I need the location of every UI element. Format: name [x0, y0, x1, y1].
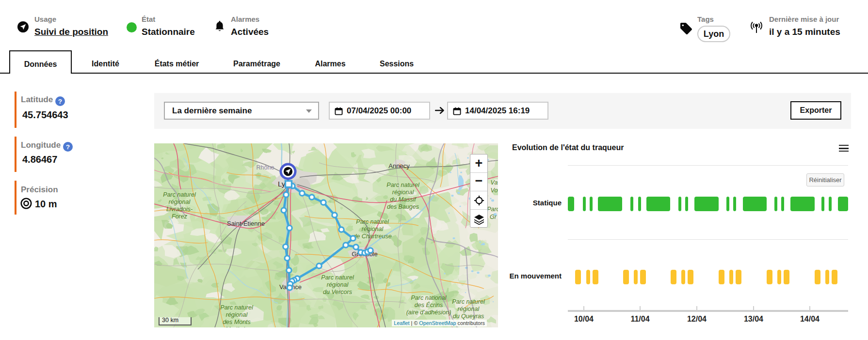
svg-text:du Massif: du Massif — [390, 196, 417, 203]
svg-text:Parc naturel: Parc naturel — [452, 298, 485, 305]
svg-text:Vo: Vo — [491, 187, 498, 194]
svg-text:Annecy: Annecy — [388, 162, 410, 170]
svg-text:?: ? — [66, 143, 70, 151]
svg-text:régional: régional — [226, 311, 248, 318]
svg-text:régional: régional — [169, 199, 191, 205]
svg-text:Saint-Étienne: Saint-Étienne — [227, 220, 265, 227]
svg-text:régional: régional — [362, 226, 384, 232]
svg-text:Rhône: Rhône — [257, 164, 274, 171]
svg-text:Parc national: Parc national — [411, 294, 447, 301]
svg-text:Parc naturel: Parc naturel — [220, 304, 254, 311]
svg-text:des Bauges: des Bauges — [387, 203, 419, 210]
svg-text:Parc naturel: Parc naturel — [163, 191, 196, 198]
svg-text:de Chartreuse: de Chartreuse — [353, 233, 391, 240]
svg-text:d'Ardèche: d'Ardèche — [223, 326, 250, 327]
svg-text:Parc naturel: Parc naturel — [386, 182, 420, 188]
svg-text:Parc: Parc — [487, 206, 498, 213]
svg-text:Forez: Forez — [172, 213, 188, 220]
svg-text:régional: régional — [392, 189, 415, 196]
svg-text:du Queyras: du Queyras — [453, 313, 484, 320]
svg-text:Va: Va — [491, 179, 498, 186]
svg-text:(aire d'adhésion): (aire d'adhésion) — [406, 309, 451, 316]
svg-text:?: ? — [58, 98, 62, 105]
svg-text:du Vercors: du Vercors — [323, 289, 352, 295]
svg-text:Parc naturel: Parc naturel — [321, 274, 354, 281]
svg-text:des Écrins: des Écrins — [415, 301, 443, 309]
svg-text:régional: régional — [458, 306, 480, 312]
svg-text:des Monts: des Monts — [223, 319, 251, 325]
svg-text:Gr: Gr — [490, 214, 497, 220]
svg-text:Livradois-: Livradois- — [166, 206, 193, 213]
svg-text:Parc naturel: Parc naturel — [356, 218, 389, 225]
svg-text:régional: régional — [327, 281, 349, 288]
